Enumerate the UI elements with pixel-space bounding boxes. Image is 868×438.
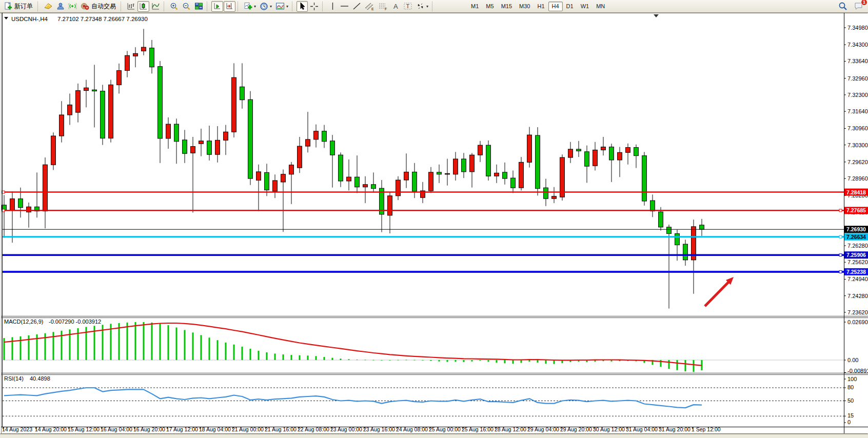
macd-hist-bar <box>233 345 235 360</box>
price-tick-label: 7.34300 <box>847 42 868 48</box>
timeframe-button-h4[interactable]: H4 <box>548 2 563 11</box>
candle-body <box>527 135 532 162</box>
text-a-icon: A <box>392 2 400 10</box>
price-tick-label: 7.32300 <box>847 92 868 98</box>
candle-body <box>618 152 622 160</box>
bar-chart-mode-button[interactable] <box>125 1 137 12</box>
fibonacci-tool-button[interactable]: F <box>377 1 389 12</box>
hline-handle[interactable] <box>839 235 842 238</box>
price-tick-label: 7.24280 <box>847 293 868 299</box>
macd-hist-bar <box>447 360 448 362</box>
mt4-window: 新订单 自动交易 <box>0 0 868 438</box>
timeframe-button-m15[interactable]: M15 <box>498 2 516 11</box>
candle-body <box>183 140 187 153</box>
label-tool-button[interactable]: T <box>402 1 414 12</box>
auto-trading-button[interactable]: 自动交易 <box>79 1 119 12</box>
periods-button[interactable]: ▾ <box>258 1 273 12</box>
macd-hist-bar <box>201 335 202 360</box>
candle-body <box>445 173 450 174</box>
line-chart-mode-button[interactable] <box>150 1 162 12</box>
zoom-out-button[interactable] <box>181 1 192 12</box>
timeframe-button-mn[interactable]: MN <box>593 2 608 11</box>
candle-body <box>10 199 15 210</box>
tile-windows-button[interactable] <box>193 1 205 12</box>
macd-hist-bar <box>340 359 342 360</box>
macd-hist-bar <box>455 360 457 362</box>
candle-body <box>683 244 688 260</box>
indicators-button[interactable]: ▾ <box>242 1 258 12</box>
chart-canvas[interactable]: 7.349807.343007.336407.329607.323007.316… <box>0 13 868 438</box>
macd-hist-bar <box>521 360 522 363</box>
candle-body <box>495 173 499 176</box>
trendline-tool-button[interactable] <box>351 1 363 12</box>
macd-hist-bar <box>168 325 169 360</box>
price-tick-label: 7.34980 <box>847 25 868 31</box>
macd-hist-bar <box>471 360 473 362</box>
text-label-icon: T <box>403 2 412 10</box>
hline-handle[interactable] <box>839 270 842 273</box>
horizontal-line-tool-button[interactable] <box>339 1 350 12</box>
macd-hist-bar <box>324 357 325 360</box>
channel-tool-button[interactable]: E <box>363 1 376 12</box>
candle-body <box>51 136 56 165</box>
macd-hist-bar <box>217 340 219 360</box>
macd-hist-bar <box>398 360 399 361</box>
candle-body <box>125 55 130 70</box>
vertical-line-tool-button[interactable] <box>327 1 338 12</box>
candle-body <box>470 155 475 172</box>
candle-body <box>601 147 606 150</box>
price-tick-label: 7.33640 <box>847 58 868 64</box>
timeframe-button-h1[interactable]: H1 <box>534 2 548 11</box>
zoom-in-button[interactable] <box>168 1 180 12</box>
search-button[interactable] <box>837 1 849 12</box>
text-tool-button[interactable]: A <box>390 1 401 12</box>
candle-body <box>650 201 655 211</box>
macd-hist-bar <box>480 360 481 361</box>
auto-scroll-button[interactable] <box>211 1 223 12</box>
cursor-tool-button[interactable] <box>297 1 308 12</box>
timeframe-button-m1[interactable]: M1 <box>467 2 482 11</box>
templates-button[interactable]: ▾ <box>274 1 290 12</box>
macd-hist-bar <box>266 352 268 360</box>
hline-handle[interactable] <box>839 209 842 212</box>
arrows-tool-button[interactable]: ▾ <box>415 1 430 12</box>
candle-body <box>150 48 154 67</box>
rsi-tick-label: 50 <box>847 397 854 404</box>
candle-body <box>519 162 524 188</box>
line-chart-icon <box>151 2 160 10</box>
timeframe-button-w1[interactable]: W1 <box>577 2 593 11</box>
macd-tick-label: 0.00 <box>847 357 858 363</box>
equidistant-channel-icon: E <box>365 2 374 11</box>
crosshair-tool-button[interactable] <box>308 1 320 12</box>
hline-handle[interactable] <box>839 254 842 256</box>
candle-body <box>478 145 483 155</box>
signal-button[interactable] <box>67 1 78 12</box>
status-strip <box>0 434 868 438</box>
macd-hist-bar <box>504 360 506 363</box>
tile-windows-icon <box>194 2 203 10</box>
macd-hist-bar <box>414 360 416 361</box>
new-order-button[interactable]: 新订单 <box>2 1 35 12</box>
horizontal-line-icon <box>340 2 349 10</box>
toolbar: 新订单 自动交易 <box>0 0 868 13</box>
cursor-icon <box>299 2 306 10</box>
macd-hist-bar <box>127 323 128 360</box>
notifications-button[interactable]: 1 <box>852 1 865 12</box>
candle-body <box>306 140 310 146</box>
candle-body <box>248 99 253 178</box>
macd-hist-bar <box>348 359 350 360</box>
profile-button[interactable] <box>55 1 66 12</box>
dropdown-caret: ▾ <box>254 4 256 9</box>
chart-shift-button[interactable] <box>224 1 235 12</box>
macd-hist-bar <box>512 360 514 364</box>
candlestick-mode-button[interactable] <box>137 1 149 12</box>
price-tag-label: 7.25238 <box>846 269 866 275</box>
candle-body <box>199 141 204 144</box>
candle-body <box>511 178 516 188</box>
macd-hist-bar <box>192 332 194 360</box>
market-watch-button[interactable] <box>42 1 54 12</box>
timeframe-button-d1[interactable]: D1 <box>563 2 577 11</box>
timeframe-button-m30[interactable]: M30 <box>516 2 534 11</box>
timeframe-button-m5[interactable]: M5 <box>482 2 497 11</box>
indicators-icon <box>244 2 252 11</box>
